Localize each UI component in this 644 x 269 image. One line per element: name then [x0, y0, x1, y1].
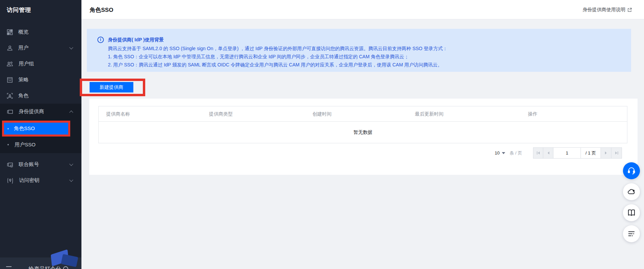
sidebar-item-federated-account[interactable]: 联合账号 — [0, 157, 81, 172]
page-size-select[interactable]: 10 — [495, 147, 505, 159]
idp-info-banner: i 身份提供商( IdP )使用背景 腾讯云支持基于 SAML2.0 的 SSO… — [87, 29, 631, 72]
first-page-icon — [536, 151, 540, 155]
prev-page-button[interactable] — [543, 147, 553, 159]
provider-table-card: 提供商名称 提供商类型 创建时间 最后更新时间 操作 暂无数据 — [89, 99, 638, 175]
tune-sliders-icon — [627, 230, 636, 238]
page-total-label: / 1 页 — [581, 147, 601, 159]
sidebar-item-label: 用户组 — [19, 61, 34, 67]
chevron-down-icon — [69, 178, 73, 182]
headset-support-icon — [627, 166, 636, 175]
sidebar-item-overview[interactable]: 概览 — [0, 24, 81, 40]
sidebar-item-user-groups[interactable]: 用户组 — [0, 56, 81, 72]
role-icon — [7, 93, 13, 99]
table-header-row: 提供商名称 提供商类型 创建时间 最后更新时间 操作 — [99, 106, 627, 122]
banner-title: 身份提供商( IdP )使用背景 — [108, 37, 164, 43]
feedback-tune-button[interactable] — [623, 225, 640, 242]
docs-book-icon — [627, 208, 636, 217]
idp-help-link[interactable]: 身份提供商使用说明 — [583, 7, 632, 13]
chevron-down-icon — [69, 45, 73, 49]
chevron-up-icon — [69, 110, 73, 114]
last-page-icon — [615, 151, 619, 155]
table-empty-state: 暂无数据 — [99, 122, 627, 143]
info-circle-icon: i — [97, 37, 104, 43]
cloud-alert-icon — [627, 187, 636, 196]
sidebar-item-policies[interactable]: 策略 — [0, 72, 81, 88]
sidebar-item-identity-provider[interactable]: 身份提供商 — [0, 104, 81, 120]
sidebar-item-roles[interactable]: 角色 — [0, 88, 81, 104]
sidebar-item-label: 身份提供商 — [19, 108, 44, 115]
next-page-button[interactable] — [601, 147, 611, 159]
cloud-alert-button[interactable] — [623, 183, 640, 200]
current-page-box[interactable]: 1 — [553, 147, 581, 159]
pager-controls: 1 / 1 页 — [533, 147, 622, 159]
pagination: 10 条 / 页 1 / 1 页 — [0, 147, 644, 159]
identity-provider-icon — [7, 109, 13, 115]
bullet-dot-icon — [7, 144, 9, 145]
prev-page-icon — [547, 151, 550, 155]
banner-line: 1. 角色 SSO：企业可以在本地 IdP 中管理员工信息，无需进行腾讯云和企业… — [108, 54, 409, 60]
column-header-create-time: 创建时间 — [312, 106, 332, 122]
users-group-icon — [7, 61, 13, 67]
sidebar-subitem-label: 角色SSO — [14, 125, 35, 132]
federated-account-icon — [7, 162, 13, 168]
column-header-update-time: 最后更新时间 — [415, 106, 443, 122]
create-provider-button[interactable]: 新建提供商 — [90, 82, 133, 92]
sidebar-item-access-keys[interactable]: 访问密钥 — [0, 172, 81, 188]
sidebar-item-label: 联合账号 — [19, 161, 39, 168]
user-icon — [7, 45, 13, 51]
page-size-value: 10 — [495, 150, 499, 156]
banner-line: 2. 用户 SSO：腾讯云通过 IdP 颁发的 SAML 断言或 OIDC 令牌… — [108, 62, 442, 68]
sidebar-item-label: 用户 — [18, 45, 29, 51]
support-headset-button[interactable] — [623, 162, 640, 179]
column-header-provider-type: 提供商类型 — [209, 106, 233, 122]
sidebar-item-label: 访问密钥 — [19, 177, 39, 184]
sidebar-item-label: 概览 — [18, 29, 29, 35]
sidebar-footer-rating[interactable]: 给产品打个分 — [0, 257, 81, 269]
last-page-button[interactable] — [611, 147, 622, 159]
rating-3d-graphic — [61, 254, 78, 267]
sidebar: 访问管理 概览 用户 用户组 策略 角色 身份提供商 — [0, 0, 81, 269]
overview-grid-icon — [7, 29, 13, 35]
policy-icon — [7, 77, 13, 83]
bullet-dot-icon — [7, 128, 9, 129]
provider-table: 提供商名称 提供商类型 创建时间 最后更新时间 操作 暂无数据 — [98, 106, 627, 143]
sidebar-item-label: 角色 — [18, 92, 29, 99]
rate-product-label: 给产品打个分 — [29, 266, 61, 269]
sidebar-title: 访问管理 — [7, 6, 31, 14]
sidebar-subitem-label: 用户SSO — [15, 142, 36, 148]
docs-book-button[interactable] — [623, 204, 640, 221]
chevron-down-icon — [69, 162, 73, 166]
cam-console-screen: 访问管理 概览 用户 用户组 策略 角色 身份提供商 — [0, 0, 644, 269]
page-header: 角色SSO 身份提供商使用说明 — [81, 0, 644, 19]
sidebar-subitem-role-sso-annotation[interactable]: 角色SSO — [2, 121, 70, 137]
page-title: 角色SSO — [90, 6, 113, 14]
sidebar-item-label: 策略 — [18, 77, 29, 83]
banner-line: 腾讯云支持基于 SAML2.0 的 SSO (Single sign On，单点… — [108, 46, 448, 52]
access-key-icon — [7, 178, 14, 184]
chevron-down-icon — [502, 152, 505, 154]
page-size-unit: 条 / 页 — [510, 147, 522, 159]
next-page-icon — [605, 151, 607, 155]
collapse-menu-icon — [6, 266, 12, 269]
external-link-icon — [627, 7, 632, 12]
first-page-button[interactable] — [533, 147, 543, 159]
column-header-provider-name: 提供商名称 — [106, 106, 130, 122]
help-link-label: 身份提供商使用说明 — [583, 7, 625, 13]
sidebar-item-users[interactable]: 用户 — [0, 40, 81, 56]
column-header-actions: 操作 — [528, 106, 537, 122]
smiley-face-icon — [63, 266, 68, 269]
